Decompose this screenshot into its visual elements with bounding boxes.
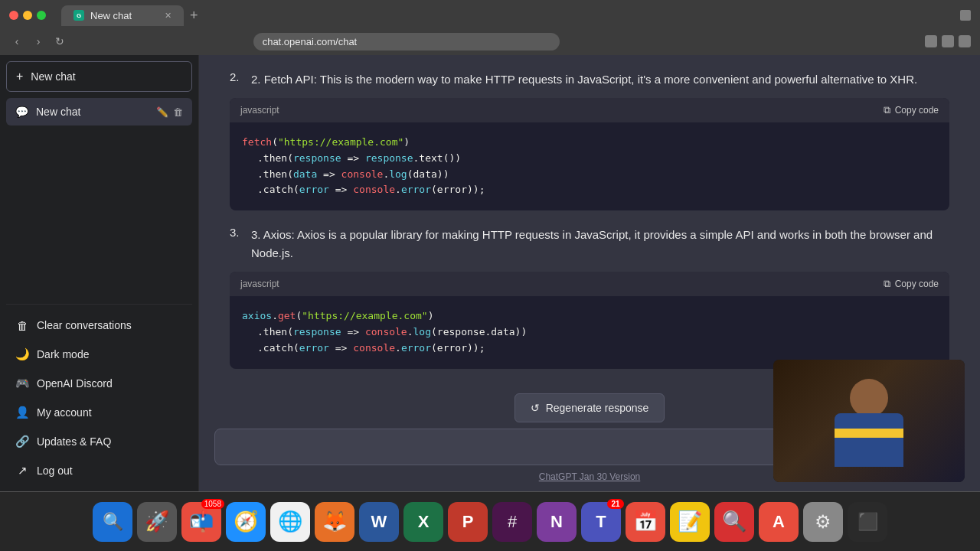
dock-firefox[interactable]: 🦊 [315,502,354,542]
profile-icon[interactable] [959,35,971,47]
sidebar-bottom: 🗑 Clear conversations 🌙 Dark mode 🎮 Open… [6,304,192,485]
chat-item-actions: ✏️ 🗑 [156,106,183,118]
shirt-stripe [835,429,903,438]
regenerate-button[interactable]: ↺ Regenerate response [514,393,665,422]
clear-conversations-action[interactable]: 🗑 Clear conversations [6,311,192,340]
regenerate-icon: ↺ [531,402,540,414]
dock-launchpad[interactable]: 🚀 [137,502,177,542]
link-icon: 🔗 [15,435,29,448]
axios-code-line2: .then(response => console.log(response.d… [242,324,937,341]
fetch-intro: 2. Fetch API: This is the modern way to … [251,70,917,89]
browser-control-icon [960,10,971,21]
tab-close-button[interactable]: ✕ [165,11,172,21]
axios-code-header: javascript ⧉ Copy code [230,272,949,296]
axios-intro: 3. Axios: Axios is a popular library for… [251,226,949,262]
axios-section: 3. 3. Axios: Axios is a popular library … [230,226,949,262]
person-head [850,379,888,417]
chat-item-label: New chat [36,106,149,118]
forward-button[interactable]: › [31,35,46,47]
moon-icon: 🌙 [15,347,29,361]
dock-safari[interactable]: 🧭 [226,502,266,542]
browser-tab[interactable]: G New chat ✕ [61,5,184,26]
updates-faq-label: Updates & FAQ [37,435,111,448]
dock-word[interactable]: W [359,502,399,542]
fetch-code-line2: .then(response => response.text()) [242,151,937,167]
dock-magnifier[interactable]: 🔍 [714,502,754,542]
fetch-code-content: fetch("https://example.com") .then(respo… [230,122,949,210]
close-button[interactable] [9,11,18,20]
delete-chat-icon[interactable]: 🗑 [173,106,183,118]
updates-faq-action[interactable]: 🔗 Updates & FAQ [6,427,192,456]
fetch-copy-button[interactable]: ⧉ Copy code [884,104,939,116]
video-overlay [773,360,965,482]
dock-acrobat[interactable]: A [759,502,799,542]
edit-chat-icon[interactable]: ✏️ [156,106,168,118]
minimize-button[interactable] [23,11,32,20]
dock-powerpoint[interactable]: P [448,502,488,542]
user-icon: 👤 [15,406,29,419]
fetch-code-header: javascript ⧉ Copy code [230,98,949,122]
dock-chrome[interactable]: 🌐 [270,502,310,542]
reload-button[interactable]: ↻ [52,35,67,47]
new-chat-label: New chat [31,70,75,83]
axios-code-block: javascript ⧉ Copy code axios.get("https:… [230,272,949,368]
fetch-code-line4: .catch(error => console.error(error)); [242,182,937,198]
version-text[interactable]: ChatGPT Jan 30 Version [539,471,641,482]
dock-mail[interactable]: 📬 [181,502,221,542]
extensions-icon[interactable] [942,35,954,47]
axios-code-content: axios.get("https://example.com") .then(r… [230,296,949,368]
person-body [835,413,903,467]
axios-copy-button[interactable]: ⧉ Copy code [884,278,939,290]
logout-action[interactable]: ↗ Log out [6,456,192,485]
axios-number: 3. [230,226,245,262]
clear-conversations-label: Clear conversations [37,319,132,331]
chat-area[interactable]: 2. 2. Fetch API: This is the modern way … [199,55,980,384]
address-bar[interactable]: chat.openai.com/chat [253,33,560,51]
dock-system-prefs[interactable]: ⚙ [803,502,843,542]
dock-slack[interactable]: # [492,502,532,542]
fetch-code-line1: fetch("https://example.com") [242,135,937,151]
dock-notes[interactable]: 📝 [670,502,710,542]
dock-calendar[interactable]: 📅 [626,502,665,542]
plus-icon: + [16,70,23,83]
axios-code-line3: .catch(error => console.error(error)); [242,341,937,357]
discord-icon: 🎮 [15,377,29,390]
dock-finder[interactable]: 🔍 [93,502,132,542]
browser-titlebar: G New chat ✕ + [0,0,980,28]
toolbar-icons [925,35,971,47]
copy-icon-fetch: ⧉ [884,104,890,116]
discord-label: OpenAI Discord [37,377,113,390]
logout-label: Log out [37,465,73,477]
account-label: My account [37,406,92,419]
chat-item-icon: 💬 [15,106,28,118]
fetch-code-block: javascript ⧉ Copy code fetch("https://ex… [230,98,949,210]
dark-mode-action[interactable]: 🌙 Dark mode [6,340,192,369]
fetch-lang-label: javascript [240,105,279,116]
discord-action[interactable]: 🎮 OpenAI Discord [6,369,192,398]
back-button[interactable]: ‹ [9,35,24,47]
tab-bar: G New chat ✕ + [61,5,954,26]
axios-code-line1: axios.get("https://example.com") [242,308,937,324]
video-feed [773,360,965,482]
dock-excel[interactable]: X [403,502,443,542]
dock-teams[interactable]: T [581,502,621,542]
dock-iterm[interactable]: ⬛ [848,502,887,542]
fullscreen-button[interactable] [37,11,46,20]
axios-copy-label: Copy code [895,279,939,289]
sidebar: + New chat 💬 New chat ✏️ 🗑 🗑 Clear conve… [0,55,199,491]
account-action[interactable]: 👤 My account [6,398,192,427]
traffic-lights [9,11,46,20]
dock-onenote[interactable]: N [537,502,577,542]
person-figure [823,367,915,474]
browser-chrome: G New chat ✕ + ‹ › ↻ chat.openai.com/cha… [0,0,980,55]
regenerate-label: Regenerate response [546,402,649,414]
bookmark-icon[interactable] [925,35,937,47]
new-chat-button[interactable]: + New chat [6,61,192,92]
dark-mode-label: Dark mode [37,348,89,360]
chat-list-item[interactable]: 💬 New chat ✏️ 🗑 [6,98,192,126]
fetch-code-line3: .then(data => console.log(data)) [242,167,937,183]
new-tab-button[interactable]: + [184,8,204,24]
tab-favicon: G [74,10,84,21]
trash-icon: 🗑 [15,318,29,332]
dock: 🔍 🚀 📬 🧭 🌐 🦊 W X P # N T 📅 📝 🔍 A ⚙ ⬛ [0,491,980,551]
